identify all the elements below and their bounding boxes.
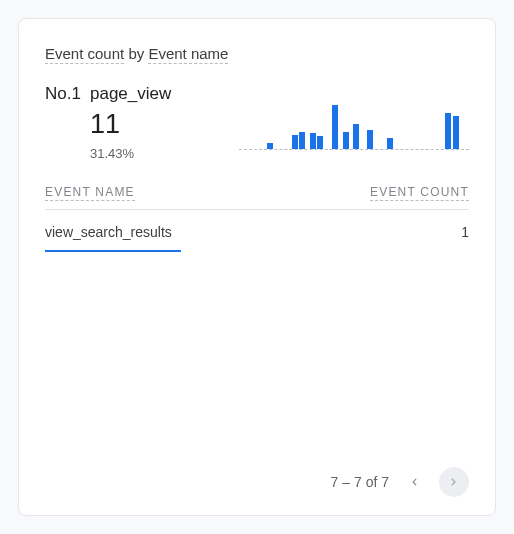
spark-bar — [267, 143, 273, 149]
spark-bar — [445, 113, 451, 149]
metric-name: Event count — [45, 45, 124, 64]
chevron-left-icon — [407, 475, 421, 489]
summary-row: No.1 page_view 11 31.43% — [45, 84, 469, 161]
summary-left: page_view 11 31.43% — [90, 84, 171, 161]
card-title[interactable]: Event count by Event name — [45, 45, 469, 62]
table-header: EVENT NAME EVENT COUNT — [45, 185, 469, 201]
pager-text: 7 – 7 of 7 — [331, 474, 389, 490]
col-event-count[interactable]: EVENT COUNT — [370, 185, 469, 201]
col-event-name[interactable]: EVENT NAME — [45, 185, 135, 201]
rank-label: No.1 — [45, 84, 90, 104]
pager: 7 – 7 of 7 — [45, 457, 469, 497]
pager-next-button[interactable] — [439, 467, 469, 497]
spark-bar — [299, 132, 305, 149]
table-body: view_search_results1 — [45, 210, 469, 252]
spark-bar — [367, 130, 373, 149]
event-card: Event count by Event name No.1 page_view… — [18, 18, 496, 516]
row-event-name: view_search_results — [45, 224, 172, 240]
spark-bar — [292, 135, 298, 149]
row-event-count: 1 — [461, 224, 469, 240]
spark-bar — [343, 132, 349, 149]
table-row[interactable]: view_search_results1 — [45, 210, 469, 246]
spark-bar — [353, 124, 359, 149]
spark-bar — [387, 138, 393, 149]
spark-bar — [332, 105, 338, 149]
top-event-name: page_view — [90, 84, 171, 104]
spark-bar — [317, 136, 323, 149]
pager-prev-button[interactable] — [399, 467, 429, 497]
title-by: by — [128, 45, 144, 62]
spark-bar — [453, 116, 459, 149]
top-event-count: 11 — [90, 110, 171, 140]
top-event-pct: 31.43% — [90, 146, 171, 161]
chevron-right-icon — [447, 475, 461, 489]
dimension-name: Event name — [148, 45, 228, 64]
spark-bar — [310, 133, 316, 149]
sparkline-chart — [239, 104, 469, 150]
